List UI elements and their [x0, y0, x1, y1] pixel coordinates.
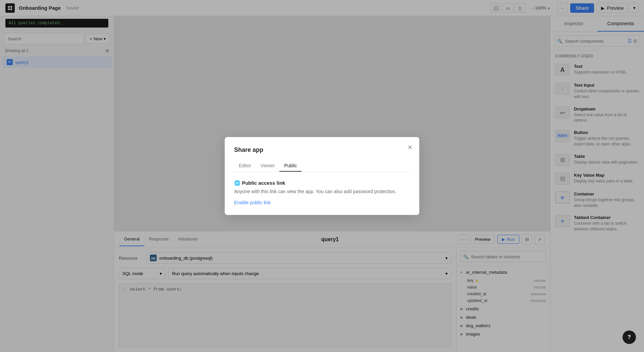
help-button[interactable]: ? [623, 331, 636, 344]
help-icon: ? [628, 334, 631, 340]
modal-overlay[interactable]: Share app ✕ Editor Viewer Public 🌐 Publi… [0, 0, 644, 352]
modal-title: Share app [234, 146, 410, 153]
public-access-desc: Anyone with this link can view the app. … [234, 189, 410, 194]
share-modal: Share app ✕ Editor Viewer Public 🌐 Publi… [225, 137, 419, 215]
modal-tabs: Editor Viewer Public [234, 160, 410, 172]
modal-tab-editor[interactable]: Editor [234, 160, 256, 172]
enable-public-link[interactable]: Enable public link [234, 200, 271, 205]
public-access-title: 🌐 Public access link [234, 180, 410, 186]
modal-tab-viewer[interactable]: Viewer [256, 160, 280, 172]
modal-close-button[interactable]: ✕ [408, 144, 413, 151]
public-access-section: 🌐 Public access link Anyone with this li… [234, 180, 410, 206]
modal-tab-public[interactable]: Public [279, 160, 302, 172]
